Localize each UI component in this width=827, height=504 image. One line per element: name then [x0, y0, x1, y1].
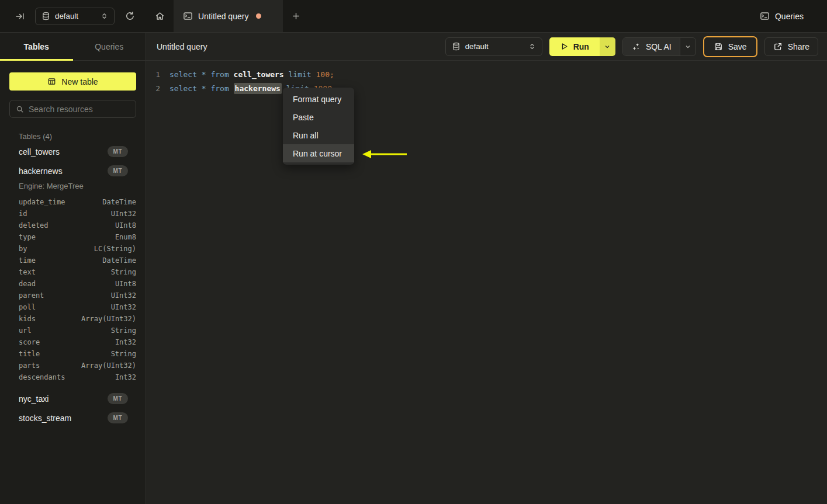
column-row: descendantsInt32 — [19, 371, 136, 383]
table-name: stocks_stream — [19, 413, 71, 423]
sidebar-tabs: Tables Queries — [0, 33, 146, 61]
code-token: select — [169, 84, 202, 93]
column-type: Int32 — [115, 371, 136, 383]
share-button-label: Share — [788, 42, 809, 51]
new-tab-button[interactable] — [283, 0, 309, 32]
column-row: typeEnum8 — [19, 231, 136, 243]
column-name: by — [19, 243, 27, 255]
table-columns: update_timeDateTimeidUInt32deletedUInt8t… — [9, 195, 136, 389]
tables-list: cell_towersMThackernewsMTEngine: MergeTr… — [9, 142, 136, 427]
toolbar-database-selector[interactable]: default — [445, 37, 542, 56]
tab-label: Untitled query — [198, 12, 248, 21]
table-row[interactable]: cell_towersMT — [9, 142, 136, 161]
search-input[interactable] — [29, 105, 130, 114]
code-token: cell_towers — [234, 70, 284, 79]
column-row: partsArray(UInt32) — [19, 360, 136, 371]
code-line[interactable]: 1select * from cell_towers limit 100; — [146, 68, 827, 82]
column-type: Int32 — [115, 336, 136, 348]
column-name: text — [19, 266, 36, 278]
column-name: dead — [19, 278, 36, 290]
column-name: id — [19, 208, 27, 220]
sidebar: New table Tables (4) cell_towersMThacker… — [0, 61, 146, 504]
code-line[interactable]: 2select * from hackernews limit 1000 — [146, 82, 827, 96]
chevron-updown-icon — [528, 43, 536, 50]
column-row: pollUInt32 — [19, 301, 136, 313]
run-button[interactable]: Run — [549, 37, 600, 56]
second-row: Tables Queries Untitled query default Ru… — [0, 33, 827, 61]
sparkles-icon — [631, 42, 641, 51]
engine-badge: MT — [108, 146, 128, 157]
sql-ai-options-button[interactable] — [680, 38, 695, 55]
menu-item-run-at-cursor[interactable]: Run at cursor — [283, 144, 354, 162]
unsaved-dot — [256, 13, 261, 19]
table-row[interactable]: stocks_streamMT — [9, 408, 136, 427]
column-name: title — [19, 348, 40, 360]
column-row: textString — [19, 266, 136, 278]
save-button-label: Save — [728, 42, 747, 51]
table-icon — [47, 77, 56, 86]
refresh-button[interactable] — [122, 8, 138, 25]
queries-button[interactable]: Queries — [760, 11, 804, 21]
run-options-button[interactable] — [600, 37, 615, 56]
table-name: cell_towers — [19, 147, 60, 157]
code-token: from — [210, 84, 233, 93]
plus-icon — [292, 12, 300, 20]
column-name: descendants — [19, 371, 65, 383]
menu-item-paste[interactable]: Paste — [283, 108, 354, 126]
tab-untitled-query[interactable]: Untitled query — [174, 0, 283, 32]
play-icon — [560, 42, 569, 51]
column-type: Enum8 — [115, 231, 136, 243]
terminal-icon — [183, 11, 193, 21]
toolbar-database-value: default — [465, 42, 524, 51]
run-button-label: Run — [573, 42, 589, 51]
column-type: Array(UInt32) — [81, 360, 136, 371]
column-name: score — [19, 336, 40, 348]
home-button[interactable] — [146, 0, 174, 32]
code-token: * — [202, 84, 211, 93]
sql-ai-button[interactable]: SQL AI — [623, 38, 680, 55]
tab-strip: Untitled query — [146, 0, 760, 32]
table-row[interactable]: hackernewsMT — [9, 161, 136, 180]
code-token: 100; — [316, 70, 334, 79]
search-box — [9, 100, 136, 118]
code-token: select — [169, 70, 202, 79]
table-name: nyc_taxi — [19, 394, 49, 404]
sidebar-tab-tables[interactable]: Tables — [0, 33, 73, 60]
table-name: hackernews — [19, 166, 63, 176]
query-toolbar: Untitled query default Run — [146, 33, 827, 61]
share-icon — [773, 42, 783, 51]
menu-item-run-all[interactable]: Run all — [283, 126, 354, 144]
table-row[interactable]: nyc_taxiMT — [9, 389, 136, 408]
sql-ai-split-button: SQL AI — [622, 37, 696, 56]
chevron-updown-icon — [101, 12, 108, 20]
run-split-button: Run — [549, 37, 615, 56]
refresh-icon — [125, 11, 135, 21]
column-name: poll — [19, 301, 36, 313]
topbar-left: default — [0, 0, 146, 32]
tables-section-header: Tables (4) — [19, 132, 136, 141]
sidebar-tab-queries[interactable]: Queries — [73, 33, 146, 60]
topbar-right: Queries — [760, 0, 827, 32]
column-name: time — [19, 255, 36, 266]
column-name: type — [19, 231, 36, 243]
sql-editor[interactable]: 1select * from cell_towers limit 100;2se… — [146, 61, 827, 504]
column-row: scoreInt32 — [19, 336, 136, 348]
home-icon — [155, 11, 165, 21]
column-name: deleted — [19, 220, 49, 231]
menu-item-format-query[interactable]: Format query — [283, 90, 354, 108]
column-row: idUInt32 — [19, 208, 136, 220]
column-type: DateTime — [102, 196, 136, 208]
engine-badge: MT — [108, 393, 128, 404]
column-type: DateTime — [102, 255, 136, 266]
database-selector[interactable]: default — [35, 8, 115, 25]
code-token: hackernews — [234, 83, 282, 94]
share-button[interactable]: Share — [764, 37, 818, 56]
collapse-sidebar-button[interactable] — [12, 8, 28, 25]
line-number: 1 — [146, 68, 160, 82]
column-row: urlString — [19, 325, 136, 336]
column-type: Array(UInt32) — [81, 313, 136, 325]
save-button[interactable]: Save — [703, 36, 757, 57]
new-table-button[interactable]: New table — [9, 72, 136, 91]
table-engine-label: Engine: MergeTree — [9, 180, 136, 195]
code-token: * — [202, 70, 211, 79]
